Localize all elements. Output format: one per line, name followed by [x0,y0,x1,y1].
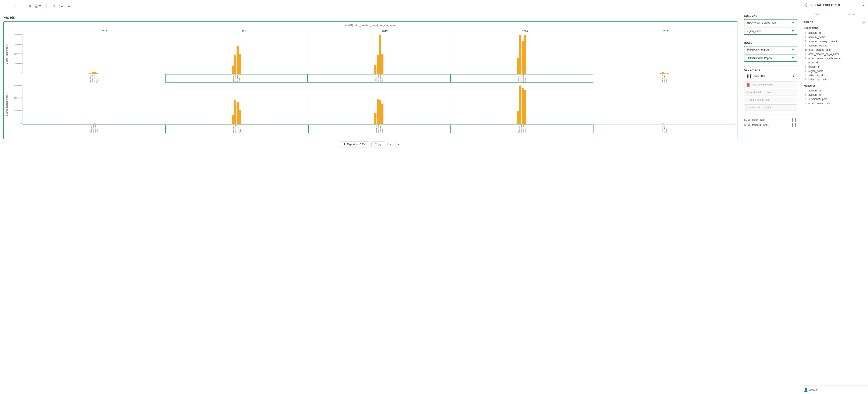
field-account-website[interactable]: T account_website [804,44,865,48]
bar [374,65,376,74]
layer-selector[interactable]: ▐│▌ Auto - Bar ▼ [744,73,797,79]
field-name: account_id [808,31,821,34]
export-label: Export to .CSV [347,143,365,146]
field-amount-spent[interactable]: = # Amount Spent [804,97,865,101]
explorer-collapse-icon[interactable]: ▾ [863,3,865,7]
fields-func-button[interactable]: f◎ [861,21,865,24]
plus-button[interactable]: + [396,142,401,147]
field-name: account_website [808,44,827,47]
field-name: Amount Spent [811,97,827,101]
color-field-input[interactable]: ▐▌ Add a field to Color [744,82,797,88]
scroll-hint: · · · · · [5,134,735,137]
export-icon: ⬇ [343,143,346,146]
measure2-chart-icon[interactable]: ▐│▌ [791,123,797,126]
hash-icon: # [804,89,807,92]
row1-pill[interactable]: SUM(Poster Paper) ▼ [744,46,797,53]
bar [239,54,241,74]
field-name: region_name [808,69,823,73]
all-layers-section: All Layers ▐│▌ Auto - Bar ▼ ▐▌ Add a fie… [741,66,800,115]
poster-bars-area [23,34,735,74]
standard-2016 [451,84,593,124]
field-name: account_name [808,36,825,38]
measure-icon: = [804,97,807,101]
field-name: sales_rep_id [808,74,823,77]
field-order-id[interactable]: # order_id [804,60,865,65]
year-2013: 2013 [34,30,175,33]
row2-arrow: ▼ [791,56,795,60]
sort-button[interactable]: ⇅ [51,3,57,9]
bar [377,55,379,74]
bar [660,73,662,74]
tab-data[interactable]: Data [800,10,834,18]
poster-y-label: SUM(Poster Paper) [5,44,8,64]
nav-back-button[interactable]: ← [3,3,10,9]
standard-paper-row: SUM(Standard Paper) 12000000 8000000 400… [5,84,735,124]
field-sales-rep-name[interactable]: T sales_rep_name [804,78,865,82]
field-sales-rep-id[interactable]: # sales_rep_id [804,73,865,78]
bar [89,74,91,74]
bar [524,90,526,124]
bar [517,58,519,74]
field-account-name[interactable]: T account_name [804,35,865,39]
explorer-header: VISUAL EXPLORER ▾ [800,0,868,10]
bar [522,41,524,74]
field-account-lon[interactable]: # account_lon [804,93,865,97]
field-region-id[interactable]: # region_id [804,65,865,69]
sort-desc-button[interactable]: ↓≡ [65,3,72,9]
col1-pill[interactable]: YEAR(order_created_date) ▼ [744,19,797,26]
bar [379,35,381,74]
account-label: account [809,389,818,391]
minus-button[interactable]: − [388,142,393,147]
hash-icon: # [804,65,807,68]
row1-text: SUM(Poster Paper) [747,48,769,51]
explorer-title-text: VISUAL EXPLORER [811,3,840,7]
field-account-lat[interactable]: # account_lat [804,88,865,93]
bar [96,124,98,124]
measure1-chart-icon[interactable]: ▐│▌ [791,118,797,121]
field-order-created-dow[interactable]: T order_created_do_w_name [804,52,865,56]
standard-y-ticks: 12000000 8000000 4000000 0 [10,84,23,124]
svg-marker-1 [806,3,807,5]
detail-field-input[interactable]: ⁚⁚ Add a field to Detail [744,104,797,111]
years-row: 2013 2014 2015 2016 2017 [5,30,735,33]
measures-label: Measures [804,84,865,87]
text-type-icon: T [804,78,807,81]
layer-type-text: Auto - Bar [754,75,765,78]
tab-format[interactable]: Format [834,10,868,18]
add-chart-button[interactable]: ⊞ [27,3,32,9]
field-order-created-date[interactable]: ▦ order_created_date [804,48,865,52]
chart-type-button[interactable]: 📊▾ [33,3,42,9]
toolbar-icons: ⊞ 📊▾ [27,3,42,9]
field-name: order_created_date [808,48,831,51]
poster-2014 [165,34,308,74]
field-order-created-month[interactable]: T order_created_month_name [804,56,865,60]
text-type-icon: T [804,36,807,38]
sort-asc-button[interactable]: ↑≡ [57,3,64,9]
year-2014: 2014 [175,30,315,33]
fields-section: FIELDS f◎ Dimensions # account_id T acco… [800,18,868,386]
bar [381,54,383,74]
export-button[interactable]: ⬇ Export to .CSV [340,141,369,147]
nav-forward-button[interactable]: → [11,3,18,9]
field-account-primary-contact[interactable]: T account_primary_contact [804,39,865,44]
field-region-name[interactable]: T region_name [804,69,865,73]
copy-button[interactable]: Copy [371,141,385,147]
bar [519,85,521,124]
field-name: order_created_month_name [808,57,840,60]
bar-chart-icon: ▐│▌ [746,75,752,78]
sort-icons: ⇅ ↑≡ ↓≡ [51,3,72,9]
year-2015: 2015 [315,30,455,33]
text-type-icon: T [804,53,807,56]
row2-pill[interactable]: SUM(Standard Paper) ▼ [744,55,797,62]
detail-icon: ⁚⁚ [746,106,748,109]
field-name: region_id [808,65,819,68]
field-order-created-day[interactable]: # order_created_day [804,101,865,106]
field-name: sales_rep_name [808,78,827,81]
col2-pill[interactable]: region_name ▼ [744,28,797,35]
field-account-id[interactable]: # account_id [804,31,865,35]
text-field-input[interactable]: T Add a field to Text [744,97,797,103]
poster-paper-row: SUM(Poster Paper) 4000000 3000000 200000… [5,34,735,74]
chart-container: Facets YEAR(order_created_date) / region… [0,12,741,394]
detail-placeholder: Add a field to Detail [749,106,771,109]
size-field-input[interactable]: ◎ Add a field to Size [744,89,797,95]
